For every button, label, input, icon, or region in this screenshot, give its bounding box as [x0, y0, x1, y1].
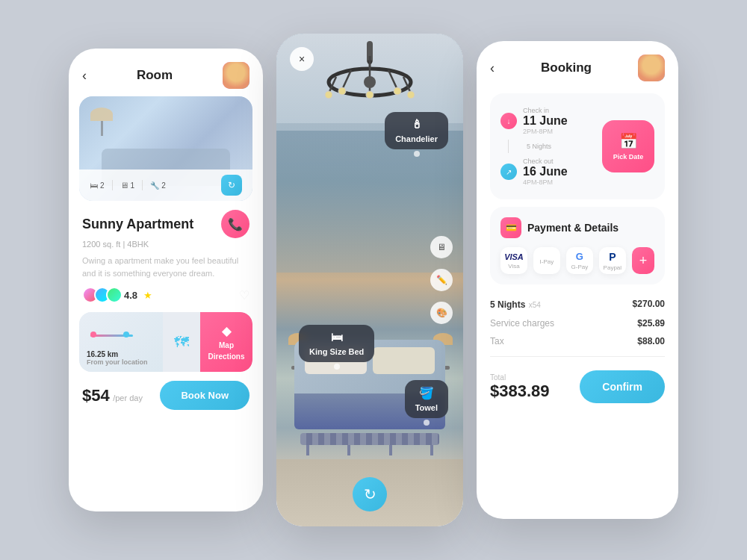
room-stat-bed: 🛏 2	[90, 181, 105, 190]
ar-main-button[interactable]: ↻	[353, 477, 387, 511]
bed-dot	[334, 364, 340, 370]
heart-icon[interactable]: ♡	[239, 288, 249, 302]
check-out-label: Check out	[523, 158, 568, 165]
reviewer-avatars	[82, 287, 118, 303]
book-now-button[interactable]: Book Now	[160, 381, 249, 410]
bill-nights-label: 5 Nights	[490, 299, 525, 310]
check-in-row: ↓ Check in 11 June 2PM-8PM	[500, 104, 595, 138]
bill-row-tax: Tax $88.00	[490, 332, 665, 350]
payment-method-visa[interactable]: VISA Visa	[500, 247, 527, 274]
payment-methods: VISA Visa I-Pay G G-Pay P Paypal +	[500, 247, 654, 274]
check-out-info: Check out 16 June 4PM-8PM	[523, 158, 568, 186]
back-button[interactable]: ‹	[82, 68, 87, 84]
close-ar-button[interactable]: ×	[290, 47, 314, 71]
map-section: 16.25 km From your location 🗺 ◆ Map Dire…	[79, 312, 252, 372]
google-pay-label: G-Pay	[571, 264, 589, 270]
rating-number: 4.8	[124, 290, 137, 301]
pick-date-label: Pick Date	[613, 153, 644, 161]
bill-nights-amount: $270.00	[633, 299, 665, 309]
avatar[interactable]	[223, 62, 249, 89]
ar-bottom-bar: ↻	[276, 477, 463, 511]
pick-date-button[interactable]: 📅 Pick Date	[602, 120, 654, 172]
total-label: Total	[490, 373, 550, 382]
booking-avatar[interactable]	[638, 55, 665, 81]
bill-row-service: Service charges $25.89	[490, 314, 665, 332]
room-stat-tools: 🔧 2	[150, 181, 166, 190]
payment-header: 💳 Payment & Details	[500, 217, 654, 238]
room-name-text: Sunny Apartment	[82, 217, 193, 232]
call-button[interactable]: 📞	[221, 210, 249, 238]
ar-background: × 🕯 Chandelier 🛏 King Size Bed 🪣 Towel	[276, 34, 463, 526]
bill-service-amount: $25.89	[637, 318, 665, 329]
map-background: 16.25 km From your location	[79, 312, 163, 372]
price-display: $54 /per day	[82, 386, 143, 405]
bill-tax-amount: $88.00	[637, 336, 665, 346]
check-out-icon: ↗	[500, 164, 517, 180]
ar-button[interactable]: ↻	[221, 175, 242, 196]
dates-section: ↓ Check in 11 June 2PM-8PM 5 Nights ↗ Ch…	[490, 93, 665, 199]
chandelier-dot	[414, 151, 420, 157]
bed-label-text: King Size Bed	[309, 347, 364, 356]
ar-side-icon-2[interactable]: ✏️	[430, 269, 453, 291]
check-in-info: Check in 11 June 2PM-8PM	[523, 107, 568, 135]
paypal-label: Paypal	[604, 264, 622, 271]
room-size: 1200 sq. ft | 4BHK	[82, 240, 249, 249]
mini-avatar-3	[106, 287, 123, 303]
map-distance: 16.25 km From your location	[87, 350, 148, 366]
nights-line	[508, 140, 509, 153]
svg-point-7	[325, 91, 332, 99]
bill-section: 5 Nights x54 $270.00 Service charges $25…	[477, 284, 678, 357]
price-amount: $54	[82, 386, 110, 405]
towel-icon: 🪣	[419, 386, 434, 400]
check-in-label: Check in	[523, 107, 568, 114]
svg-point-8	[338, 87, 346, 95]
room-name-row: Sunny Apartment 📞	[82, 210, 249, 238]
towel-dot	[424, 420, 430, 426]
price-per-label: /per day	[113, 393, 143, 402]
screen-booking: ‹ Booking ↓ Check in 11 June 2PM-8PM	[477, 41, 678, 519]
check-out-date: 16 June	[523, 165, 568, 178]
bill-row-nights: 5 Nights x54 $270.00	[490, 293, 665, 314]
add-payment-button[interactable]: +	[632, 247, 654, 274]
room-description: Owing a apartment make you feel beautifu…	[82, 255, 249, 279]
payment-method-apple[interactable]: I-Pay	[533, 247, 560, 274]
dates-info: ↓ Check in 11 June 2PM-8PM 5 Nights ↗ Ch…	[500, 104, 595, 189]
room-header: ‹ Room	[69, 49, 263, 96]
payment-title: Payment & Details	[527, 222, 619, 234]
visa-icon: VISA	[504, 252, 524, 261]
room-info: Sunny Apartment 📞 1200 sq. ft | 4BHK Owi…	[69, 201, 263, 303]
payment-method-google[interactable]: G G-Pay	[566, 247, 593, 274]
check-out-time: 4PM-8PM	[523, 178, 568, 186]
towel-label-text: Towel	[415, 403, 438, 412]
chandelier-icon: 🕯	[411, 118, 423, 131]
svg-point-10	[394, 87, 401, 95]
chandelier-label-text: Chandelier	[395, 134, 438, 143]
nights-badge: 5 Nights	[527, 143, 551, 150]
check-in-icon: ↓	[500, 113, 517, 129]
payment-section: 💳 Payment & Details VISA Visa I-Pay G G-…	[490, 207, 665, 284]
map-directions-button[interactable]: ◆ Map Directions	[200, 312, 252, 372]
room-image: 🛏 2 🖥 1 🔧 2 ↻	[79, 96, 252, 201]
check-in-time: 2PM-8PM	[523, 128, 568, 135]
map-directions-label2: Directions	[208, 352, 245, 361]
calendar-icon: 📅	[619, 132, 638, 150]
bed-icon: 🛏	[331, 331, 343, 344]
star-icon: ★	[143, 290, 152, 301]
room-rating: 4.8 ★ ♡	[82, 287, 249, 303]
ar-label-towel: 🪣 Towel	[405, 380, 448, 418]
payment-icon: 💳	[500, 217, 521, 238]
room-stats-bar: 🛏 2 🖥 1 🔧 2 ↻	[79, 169, 252, 201]
payment-method-paypal[interactable]: P Paypal	[599, 247, 626, 274]
map-icon-button[interactable]: 🗺	[163, 312, 200, 372]
ar-side-icons: 🖥 ✏️ 🎨	[430, 236, 453, 324]
svg-point-11	[407, 91, 415, 99]
ar-side-icon-1[interactable]: 🖥	[430, 236, 453, 258]
map-end-dot	[123, 332, 129, 337]
nights-divider: 5 Nights	[500, 138, 595, 155]
map-directions-label: Map	[219, 341, 234, 349]
booking-title: Booking	[541, 60, 592, 75]
confirm-button[interactable]: Confirm	[580, 370, 665, 403]
bill-tax-label: Tax	[490, 336, 504, 346]
ar-side-icon-3[interactable]: 🎨	[430, 302, 453, 324]
booking-back-button[interactable]: ‹	[490, 60, 495, 76]
